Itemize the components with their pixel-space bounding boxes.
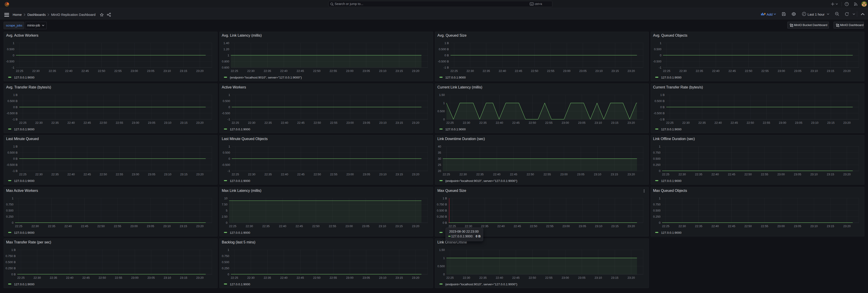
svg-text:1 B: 1 B (11, 248, 16, 252)
svg-text:22:35: 22:35 (264, 69, 271, 73)
svg-text:1: 1 (443, 256, 445, 260)
svg-text:23:15: 23:15 (827, 173, 834, 176)
svg-text:23:00: 23:00 (346, 173, 354, 176)
svg-text:22:45: 22:45 (296, 224, 303, 228)
svg-text:127.0.0.1:9000: 127.0.0.1:9000 (230, 179, 250, 183)
svg-text:22:30: 22:30 (33, 276, 41, 280)
svg-text:22:35: 22:35 (481, 224, 489, 228)
svg-text:127.0.0.1:9000: 127.0.0.1:9000 (445, 76, 466, 79)
svg-text:22:35: 22:35 (695, 173, 702, 176)
svg-text:1 B: 1 B (13, 93, 18, 96)
svg-text:23:00: 23:00 (346, 276, 353, 280)
svg-text:22:35: 22:35 (52, 173, 59, 176)
svg-text:22:40: 22:40 (280, 69, 287, 73)
svg-text:22:45: 22:45 (297, 276, 304, 280)
svg-text:127.0.0.1:9000: 127.0.0.1:9000 (661, 231, 681, 234)
svg-text:23:15: 23:15 (180, 69, 187, 73)
svg-text:22:50: 22:50 (314, 121, 321, 124)
svg-text:22:35: 22:35 (264, 121, 272, 124)
svg-text:23:15: 23:15 (396, 173, 403, 176)
svg-text:23:10: 23:10 (163, 69, 171, 73)
svg-text:22:30: 22:30 (32, 69, 40, 73)
svg-text:22:25: 22:25 (231, 121, 239, 124)
svg-text:22:25: 22:25 (662, 173, 670, 176)
svg-text:22:25: 22:25 (231, 276, 238, 280)
svg-text:0.800: 0.800 (222, 60, 229, 63)
svg-text:22:55: 22:55 (544, 173, 551, 176)
svg-text:22:55: 22:55 (761, 173, 768, 176)
svg-text:-1: -1 (227, 118, 230, 121)
svg-text:23:15: 23:15 (396, 121, 403, 124)
svg-text:127.0.0.1:9000: 127.0.0.1:9000 (445, 127, 466, 131)
svg-text:22:30: 22:30 (679, 69, 687, 73)
svg-text:22:45: 22:45 (297, 173, 305, 176)
svg-text:23:20: 23:20 (196, 224, 204, 228)
svg-text:23:05: 23:05 (794, 224, 801, 228)
svg-text:22:30: 22:30 (463, 276, 470, 280)
svg-text:23:20: 23:20 (196, 69, 204, 73)
svg-text:23:20: 23:20 (196, 276, 204, 280)
svg-text:22:45: 22:45 (728, 173, 735, 176)
svg-text:0.500: 0.500 (653, 208, 660, 212)
svg-text:1: 1 (228, 145, 230, 148)
svg-text:127.0.0.1:9000: 127.0.0.1:9000 (230, 283, 250, 286)
svg-text:23:15: 23:15 (827, 69, 834, 73)
svg-text:0.250: 0.250 (653, 215, 660, 218)
svg-text:23:10: 23:10 (594, 121, 602, 124)
svg-text:-0.500 B: -0.500 B (6, 111, 18, 115)
svg-text:22:55: 22:55 (547, 69, 554, 73)
svg-text:{endpoint="localhost:9010", se: {endpoint="localhost:9010", server="127.… (445, 179, 517, 183)
svg-text:22:30: 22:30 (463, 121, 470, 124)
svg-text:22:35: 22:35 (50, 276, 57, 280)
svg-text:23:05: 23:05 (147, 224, 154, 228)
svg-text:0.500: 0.500 (653, 157, 660, 160)
svg-text:0.750: 0.750 (222, 254, 229, 258)
svg-text:0.500: 0.500 (6, 208, 13, 212)
svg-text:0.500 B: 0.500 B (7, 99, 18, 102)
svg-text:0.500: 0.500 (222, 99, 230, 102)
svg-text:0: 0 (443, 273, 445, 276)
svg-text:22:40: 22:40 (64, 224, 72, 228)
svg-text:22:40: 22:40 (279, 224, 286, 228)
svg-text:23:00: 23:00 (777, 224, 785, 228)
svg-text:1: 1 (659, 145, 660, 148)
svg-text:23:05: 23:05 (148, 121, 155, 124)
svg-text:1.50: 1.50 (439, 248, 445, 252)
svg-text:23:10: 23:10 (164, 121, 172, 124)
svg-text:?: ? (846, 3, 847, 5)
svg-text:23:05: 23:05 (577, 173, 585, 176)
svg-text:25: 25 (438, 163, 441, 166)
svg-text:22:25: 22:25 (229, 224, 236, 228)
svg-text:22:45: 22:45 (82, 69, 89, 73)
svg-text:5: 5 (226, 208, 227, 212)
svg-text:22:40: 22:40 (496, 276, 503, 280)
svg-text:23:00: 23:00 (131, 276, 138, 280)
svg-text:-1 B: -1 B (12, 118, 18, 121)
svg-text:22:25: 22:25 (17, 276, 25, 280)
svg-text:23:10: 23:10 (810, 173, 818, 176)
svg-text:1 B: 1 B (444, 41, 449, 45)
svg-text:23:10: 23:10 (379, 121, 386, 124)
svg-text:22:45: 22:45 (514, 224, 521, 228)
svg-text:0.250: 0.250 (6, 215, 13, 218)
svg-text:22:30: 22:30 (35, 173, 43, 176)
svg-text:23:10: 23:10 (810, 224, 818, 228)
svg-text:22:35: 22:35 (264, 276, 271, 280)
svg-text:23:05: 23:05 (795, 121, 802, 124)
svg-text:23:05: 23:05 (363, 276, 370, 280)
svg-text:22:25: 22:25 (19, 121, 27, 124)
svg-text:23:00: 23:00 (563, 69, 570, 73)
svg-text:23:20: 23:20 (412, 173, 419, 176)
svg-text:22:40: 22:40 (712, 69, 719, 73)
svg-text:-1 B: -1 B (443, 66, 449, 69)
svg-text:23:05: 23:05 (148, 173, 155, 176)
svg-text:0 B: 0 B (660, 105, 665, 108)
svg-text:22:35: 22:35 (479, 276, 487, 280)
svg-text:23:05: 23:05 (578, 276, 586, 280)
svg-text:{endpoint="localhost:9010", se: {endpoint="localhost:9010", server="127.… (230, 76, 302, 79)
svg-text:0.500: 0.500 (437, 264, 445, 268)
svg-text:127.0.0.1:9000: 127.0.0.1:9000 (661, 179, 681, 183)
svg-text:22:55: 22:55 (329, 224, 336, 228)
svg-text:0.750: 0.750 (653, 202, 660, 206)
svg-text:1: 1 (227, 248, 229, 252)
